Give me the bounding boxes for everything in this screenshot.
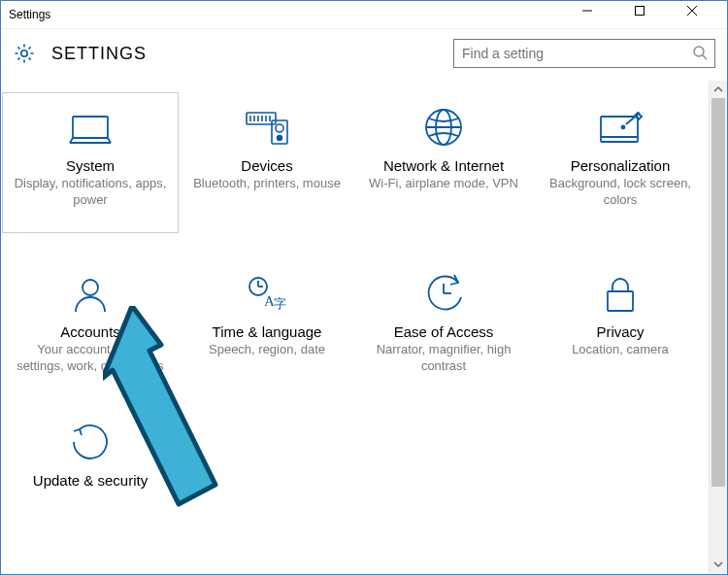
tile-title: Ease of Access xyxy=(366,323,521,340)
tile-ease-of-access[interactable]: Ease of Access Narrator, magnifier, high… xyxy=(355,264,532,382)
tile-update-security[interactable]: Update & security xyxy=(2,413,179,497)
svg-rect-7 xyxy=(73,117,108,138)
svg-text:字: 字 xyxy=(274,296,286,311)
header-left: SETTINGS xyxy=(13,42,147,65)
titlebar-buttons xyxy=(581,5,715,17)
scroll-up-icon[interactable] xyxy=(710,81,727,98)
minimize-button[interactable] xyxy=(581,5,611,17)
svg-point-5 xyxy=(694,47,704,56)
svg-point-18 xyxy=(278,136,282,141)
maximize-button[interactable] xyxy=(634,5,663,17)
tile-title: System xyxy=(13,157,168,174)
svg-rect-33 xyxy=(608,291,633,311)
tile-desc: Your account, sync settings, work, other… xyxy=(13,342,168,375)
tile-title: Privacy xyxy=(543,323,698,340)
svg-line-6 xyxy=(703,55,707,59)
window-title: Settings xyxy=(9,8,50,21)
devices-icon xyxy=(189,107,345,148)
globe-icon xyxy=(366,107,521,148)
tile-accounts[interactable]: Accounts Your account, sync settings, wo… xyxy=(2,264,179,382)
settings-grid: System Display, notifications, apps, pow… xyxy=(2,81,709,497)
scroll-thumb[interactable] xyxy=(711,98,725,487)
time-language-icon: A 字 xyxy=(189,273,345,314)
ease-of-access-icon xyxy=(366,273,521,314)
page-title: SETTINGS xyxy=(51,44,147,64)
tile-privacy[interactable]: Privacy Location, camera xyxy=(532,264,709,382)
svg-point-25 xyxy=(83,280,98,295)
accounts-icon xyxy=(13,273,168,314)
gear-icon xyxy=(13,42,36,65)
lock-icon xyxy=(543,273,698,314)
tile-desc: Wi-Fi, airplane mode, VPN xyxy=(366,176,521,192)
personalization-icon xyxy=(543,107,698,148)
tile-devices[interactable]: Devices Bluetooth, printers, mouse xyxy=(179,98,355,233)
content: System Display, notifications, apps, pow… xyxy=(2,81,709,573)
tile-network[interactable]: Network & Internet Wi-Fi, airplane mode,… xyxy=(355,98,532,233)
tile-desc: Narrator, magnifier, high contrast xyxy=(366,342,521,375)
tile-system[interactable]: System Display, notifications, apps, pow… xyxy=(2,92,179,233)
search-input[interactable] xyxy=(453,39,715,68)
tile-title: Network & Internet xyxy=(366,157,521,174)
svg-point-17 xyxy=(276,124,283,132)
tile-title: Personalization xyxy=(543,157,698,174)
tile-desc: Display, notifications, apps, power xyxy=(13,176,168,209)
tile-desc: Bluetooth, printers, mouse xyxy=(189,176,345,192)
content-wrap: System Display, notifications, apps, pow… xyxy=(2,81,727,573)
tile-time-language[interactable]: A 字 Time & language Speech, region, date xyxy=(179,264,355,382)
svg-point-24 xyxy=(622,126,625,129)
close-button[interactable] xyxy=(686,5,715,17)
svg-point-4 xyxy=(21,51,27,56)
search-icon[interactable] xyxy=(692,45,708,60)
scroll-down-icon[interactable] xyxy=(710,556,727,573)
tile-title: Devices xyxy=(189,157,345,174)
tile-title: Accounts xyxy=(13,323,168,340)
update-icon xyxy=(13,422,168,462)
tile-title: Update & security xyxy=(13,472,168,489)
header: SETTINGS xyxy=(1,29,727,78)
tile-title: Time & language xyxy=(189,323,345,340)
svg-rect-22 xyxy=(601,117,638,142)
system-icon xyxy=(13,107,168,148)
scrollbar[interactable] xyxy=(709,81,727,573)
tile-desc: Speech, region, date xyxy=(189,342,345,358)
tile-desc: Location, camera xyxy=(543,342,698,358)
tile-desc: Background, lock screen, colors xyxy=(543,176,698,209)
tile-personalization[interactable]: Personalization Background, lock screen,… xyxy=(532,98,709,233)
search-box xyxy=(453,39,715,68)
svg-rect-1 xyxy=(636,7,645,16)
titlebar: Settings xyxy=(1,1,727,29)
settings-window: Settings SETTINGS xyxy=(0,0,728,575)
